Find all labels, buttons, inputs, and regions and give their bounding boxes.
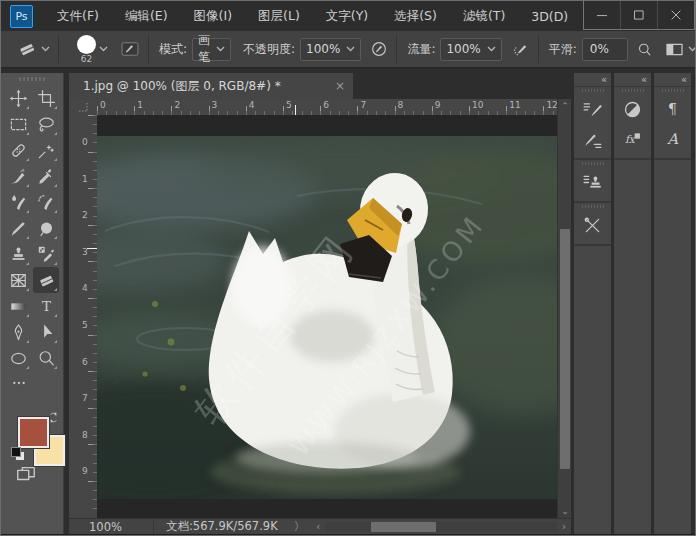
title-bar: Ps 文件(F)编辑(E)图像(I)图层(L)文字(Y)选择(S)滤镜(T)3D… xyxy=(1,1,695,32)
h-ruler-number: 0 xyxy=(100,100,106,110)
tool-magic-wand[interactable] xyxy=(33,137,59,163)
menu-item-3[interactable]: 图层(L) xyxy=(245,8,313,25)
horizontal-scrollbar[interactable]: ‹ › xyxy=(311,519,571,534)
tool-zoom[interactable] xyxy=(33,345,59,371)
tool-crop[interactable] xyxy=(33,85,59,111)
tool-material-eyedropper[interactable] xyxy=(33,241,59,267)
zoom-level-field[interactable]: 100% xyxy=(69,520,154,534)
chevron-down-icon[interactable] xyxy=(688,46,696,52)
chevron-down-icon[interactable] xyxy=(41,46,50,52)
brushes-panel-icon[interactable] xyxy=(574,124,611,154)
default-colors-icon[interactable] xyxy=(11,447,24,460)
panel-group: fx xyxy=(614,87,651,160)
opacity-select[interactable]: 100% xyxy=(300,38,361,61)
panel-drag-handle[interactable] xyxy=(574,160,611,167)
divider xyxy=(538,35,539,63)
menu-item-4[interactable]: 文字(Y) xyxy=(313,8,381,25)
close-icon xyxy=(669,8,683,22)
collapse-panels-button[interactable]: « xyxy=(574,73,611,87)
menu-item-1[interactable]: 编辑(E) xyxy=(112,8,181,25)
ruler-origin-corner[interactable] xyxy=(69,99,98,116)
foreground-color-swatch[interactable] xyxy=(18,417,49,448)
tool-brush[interactable] xyxy=(5,215,31,241)
tool-gradient[interactable] xyxy=(5,293,31,319)
styles-panel-icon[interactable]: fx xyxy=(614,124,651,154)
tool-mixer-brush[interactable] xyxy=(5,189,31,215)
tool-move[interactable] xyxy=(5,85,31,111)
horizontal-scroll-track[interactable] xyxy=(325,522,557,532)
vertical-scrollbar[interactable]: ⌃ ⌄ xyxy=(557,99,571,518)
menu-item-2[interactable]: 图像(I) xyxy=(181,8,245,25)
tool-frame[interactable] xyxy=(5,267,31,293)
panel-drag-handle[interactable] xyxy=(614,87,651,94)
tool-patch-brush[interactable] xyxy=(5,163,31,189)
scroll-up-icon[interactable]: ⌃ xyxy=(558,99,572,113)
panel-drag-handle[interactable] xyxy=(654,87,691,94)
menu-item-6[interactable]: 滤镜(T) xyxy=(450,8,518,25)
maximize-button[interactable] xyxy=(620,1,657,29)
tool-spot-healing[interactable] xyxy=(5,137,31,163)
smoothing-field[interactable]: 0% xyxy=(582,38,628,61)
toggle-panel-icon[interactable] xyxy=(665,40,684,59)
smoothing-label: 平滑: xyxy=(549,41,577,58)
menu-item-5[interactable]: 选择(S) xyxy=(381,8,450,25)
panel-drag-handle[interactable] xyxy=(574,203,611,210)
status-options-chevron[interactable]: 〉 xyxy=(288,519,312,534)
toggle-brush-settings-icon[interactable] xyxy=(120,39,140,59)
scroll-down-icon[interactable]: ⌄ xyxy=(558,504,572,518)
character-panel-icon[interactable]: A xyxy=(654,124,691,154)
brush-preview[interactable]: 62 xyxy=(77,35,96,63)
chevron-down-icon[interactable] xyxy=(99,46,108,52)
tool-eyedropper[interactable] xyxy=(33,163,59,189)
tool-history-brush[interactable] xyxy=(33,189,59,215)
tool-blur[interactable] xyxy=(33,215,59,241)
scroll-right-icon[interactable]: › xyxy=(557,521,571,532)
h-ruler-number: 9 xyxy=(435,100,441,110)
tool-presets-panel-icon[interactable] xyxy=(574,210,611,240)
paragraph-panel-icon[interactable]: ¶ xyxy=(654,94,691,124)
tool-eraser[interactable] xyxy=(33,267,59,293)
toolbar-drag-handle[interactable] xyxy=(19,77,45,81)
mode-select[interactable]: 画笔 xyxy=(192,38,231,61)
tool-clone-stamp[interactable] xyxy=(5,241,31,267)
vertical-scroll-thumb[interactable] xyxy=(560,229,570,469)
adjustments-panel-icon[interactable] xyxy=(614,94,651,124)
panel-drag-handle[interactable] xyxy=(574,87,611,94)
photoshop-logo-icon: Ps xyxy=(10,5,33,28)
menu-item-7[interactable]: 3D(D) xyxy=(518,9,581,24)
h-ruler-number: 3 xyxy=(212,100,218,110)
document-tab[interactable]: 1.jpg @ 100% (图层 0, RGB/8#) * × xyxy=(69,73,353,99)
airbrush-icon[interactable] xyxy=(512,40,530,58)
v-ruler-number: 9 xyxy=(82,466,88,476)
brush-tip-icon xyxy=(77,35,96,54)
h-ruler-number: 7 xyxy=(360,100,366,110)
screen-mode-icon[interactable] xyxy=(15,463,37,485)
minimize-button[interactable] xyxy=(584,1,620,29)
tool-type[interactable]: T xyxy=(33,293,59,319)
tool-pen[interactable] xyxy=(5,319,31,345)
canvas-area[interactable]: 软件自学网 WWW.RJZXW.COM xyxy=(97,115,557,518)
edit-toolbar-button[interactable] xyxy=(5,373,65,393)
pressure-opacity-icon[interactable] xyxy=(370,40,388,58)
eraser-preset-icon[interactable] xyxy=(17,39,37,59)
brush-settings-panel-icon[interactable] xyxy=(574,94,611,124)
tab-close-icon[interactable]: × xyxy=(335,79,345,93)
more-tools-icon xyxy=(11,375,27,391)
v-ruler-number: 7 xyxy=(82,393,88,403)
v-ruler-number: 4 xyxy=(82,283,88,293)
clone-source-panel-icon[interactable] xyxy=(574,167,611,197)
svg-text:A: A xyxy=(666,130,679,148)
close-button[interactable] xyxy=(657,1,694,29)
tool-marquee[interactable] xyxy=(5,111,31,137)
tool-ellipse-shape[interactable] xyxy=(5,345,31,371)
horizontal-scroll-thumb[interactable] xyxy=(371,522,436,532)
flow-select[interactable]: 100% xyxy=(440,38,501,61)
menu-item-0[interactable]: 文件(F) xyxy=(44,8,112,25)
tool-direct-select[interactable] xyxy=(33,319,59,345)
collapse-panels-button[interactable]: « xyxy=(654,73,691,87)
collapse-panels-button[interactable]: « xyxy=(614,73,651,87)
tool-lasso[interactable] xyxy=(33,111,59,137)
opacity-label: 不透明度: xyxy=(243,41,295,58)
smoothing-options-icon[interactable] xyxy=(636,41,653,58)
scroll-left-icon[interactable]: ‹ xyxy=(311,521,325,532)
